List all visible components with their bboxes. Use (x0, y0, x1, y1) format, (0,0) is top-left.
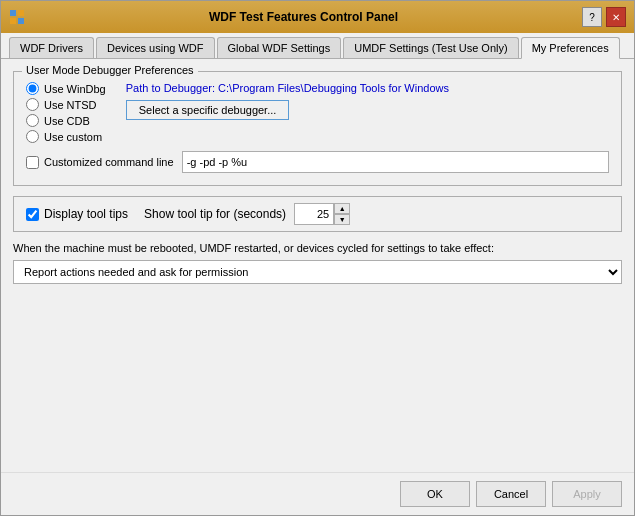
tab-devices-using-wdf[interactable]: Devices using WDF (96, 37, 215, 58)
svg-rect-1 (18, 10, 24, 16)
path-link: C:\Program Files\Debugging Tools for Win… (218, 82, 449, 94)
tooltip-checkbox-label[interactable]: Display tool tips (26, 207, 128, 221)
help-button[interactable]: ? (582, 7, 602, 27)
svg-rect-3 (18, 18, 24, 24)
group-label: User Mode Debugger Preferences (22, 64, 198, 76)
radio-ntsd-label: Use NTSD (44, 99, 97, 111)
spinner-up[interactable]: ▲ (334, 203, 350, 214)
main-window: WDF Test Features Control Panel ? ✕ WDF … (0, 0, 635, 516)
radio-windbg[interactable]: Use WinDbg (26, 82, 106, 95)
radio-custom[interactable]: Use custom (26, 130, 106, 143)
cmd-line-input[interactable] (182, 151, 609, 173)
close-button[interactable]: ✕ (606, 7, 626, 27)
spinner-down[interactable]: ▼ (334, 214, 350, 225)
title-buttons: ? ✕ (582, 7, 626, 27)
cmd-line-checkbox-label[interactable]: Customized command line (26, 156, 174, 169)
debugger-path-area: Path to Debugger: C:\Program Files\Debug… (126, 82, 609, 120)
tooltip-checkbox[interactable] (26, 208, 39, 221)
show-label: Show tool tip for (seconds) (144, 207, 286, 221)
cancel-button[interactable]: Cancel (476, 481, 546, 507)
cmd-line-label: Customized command line (44, 156, 174, 168)
spinner-buttons: ▲ ▼ (334, 203, 350, 225)
window-title: WDF Test Features Control Panel (25, 10, 582, 24)
radio-cdb[interactable]: Use CDB (26, 114, 106, 127)
tooltip-label: Display tool tips (44, 207, 128, 221)
tooltip-seconds-input[interactable] (294, 203, 334, 225)
dropdown-wrapper: Report actions needed and ask for permis… (13, 260, 622, 284)
footer-buttons: OK Cancel Apply (1, 472, 634, 515)
cmd-line-row: Customized command line (26, 151, 609, 173)
tab-bar: WDF Drivers Devices using WDF Global WDF… (1, 33, 634, 59)
title-bar: WDF Test Features Control Panel ? ✕ (1, 1, 634, 33)
debugger-content: Use WinDbg Use NTSD Use CDB Use custom (26, 82, 609, 143)
debugger-group: User Mode Debugger Preferences Use WinDb… (13, 71, 622, 186)
cmd-line-checkbox[interactable] (26, 156, 39, 169)
app-icon (9, 9, 25, 25)
radio-ntsd[interactable]: Use NTSD (26, 98, 106, 111)
tab-wdf-drivers[interactable]: WDF Drivers (9, 37, 94, 58)
svg-rect-2 (10, 18, 16, 24)
radio-windbg-label: Use WinDbg (44, 83, 106, 95)
tooltip-section: Display tool tips Show tool tip for (sec… (13, 196, 622, 232)
tooltip-right: Show tool tip for (seconds) ▲ ▼ (144, 203, 350, 225)
radio-cdb-label: Use CDB (44, 115, 90, 127)
reboot-section: When the machine must be rebooted, UMDF … (13, 242, 622, 284)
reboot-dropdown[interactable]: Report actions needed and ask for permis… (13, 260, 622, 284)
reboot-label: When the machine must be rebooted, UMDF … (13, 242, 622, 254)
spinner-wrapper: ▲ ▼ (294, 203, 350, 225)
tab-global-wdf-settings[interactable]: Global WDF Settings (217, 37, 342, 58)
apply-button[interactable]: Apply (552, 481, 622, 507)
radio-group: Use WinDbg Use NTSD Use CDB Use custom (26, 82, 106, 143)
tab-my-preferences[interactable]: My Preferences (521, 37, 620, 59)
tab-umdf-settings[interactable]: UMDF Settings (Test Use Only) (343, 37, 518, 58)
svg-rect-0 (10, 10, 16, 16)
path-prefix: Path to Debugger: (126, 82, 218, 94)
content-area: User Mode Debugger Preferences Use WinDb… (1, 59, 634, 472)
radio-custom-label: Use custom (44, 131, 102, 143)
ok-button[interactable]: OK (400, 481, 470, 507)
debugger-path: Path to Debugger: C:\Program Files\Debug… (126, 82, 609, 94)
select-debugger-button[interactable]: Select a specific debugger... (126, 100, 290, 120)
